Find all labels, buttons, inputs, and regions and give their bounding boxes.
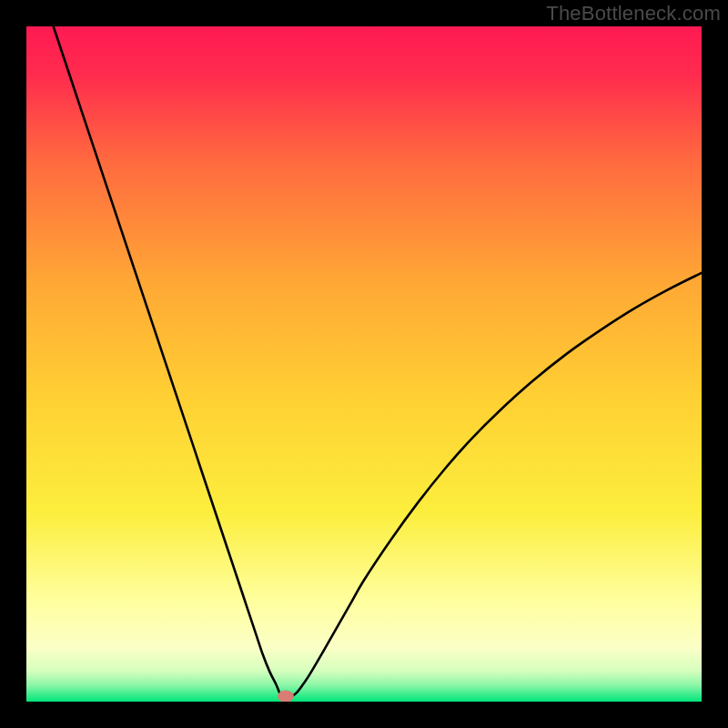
watermark-text: TheBottleneck.com [546, 2, 721, 25]
svg-rect-0 [26, 26, 702, 702]
plot-area [26, 26, 702, 702]
gradient-background [26, 26, 702, 702]
chart-frame: TheBottleneck.com [0, 0, 728, 728]
